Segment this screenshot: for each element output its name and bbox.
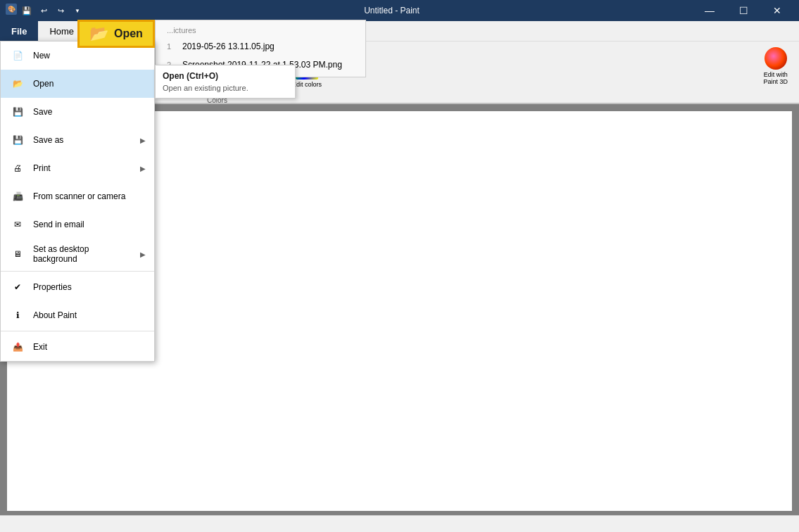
window-title: Untitled - Paint [90, 6, 693, 15]
paint-app-icon: 🎨 [6, 4, 17, 15]
menu-item-exit[interactable]: 📤Exit [1, 333, 154, 361]
print-icon: 🖨 [9, 160, 26, 177]
menu-item-properties[interactable]: ✔Properties [1, 273, 154, 301]
home-tab[interactable]: Home [41, 26, 82, 37]
recent-panel-header: ...ictures [156, 23, 365, 37]
edit-with-paint3d-button[interactable]: Edit withPaint 3D [757, 44, 793, 100]
menu-item-saveas[interactable]: 💾Save as▶ [1, 126, 154, 154]
menu-item-label: Open [33, 79, 146, 89]
close-button[interactable]: ✕ [761, 0, 793, 21]
file-menu-tab[interactable]: File [0, 21, 38, 41]
customize-quick-btn[interactable]: ▼ [70, 4, 84, 18]
menu-item-label: Set as desktop background [33, 244, 133, 264]
tooltip-title: Open (Ctrl+O) [163, 71, 288, 81]
window-controls: — ☐ ✕ [693, 0, 793, 21]
submenu-arrow: ▶ [140, 251, 146, 258]
recent-item-number: 1 [167, 42, 177, 51]
open-icon: 📂 [9, 75, 26, 92]
submenu-arrow: ▶ [140, 137, 146, 144]
desktop-icon: 🖥 [9, 246, 26, 262]
edit-with-paint3d-label: Edit withPaint 3D [763, 71, 788, 85]
maximize-button[interactable]: ☐ [727, 0, 760, 21]
save-quick-btn[interactable]: 💾 [20, 4, 34, 18]
menu-item-label: Print [33, 163, 133, 173]
menu-item-scanner[interactable]: 📠From scanner or camera [1, 182, 154, 210]
open-tooltip: Open (Ctrl+O) Open an existing picture. [155, 65, 296, 99]
menu-item-desktop[interactable]: 🖥Set as desktop background▶ [1, 239, 154, 270]
menu-item-label: Send in email [33, 220, 146, 229]
menu-item-print[interactable]: 🖨Print▶ [1, 154, 154, 182]
open-header-text: Open [114, 27, 143, 40]
menu-item-label: About Paint [33, 310, 146, 320]
save-icon: 💾 [9, 103, 26, 120]
status-bar [0, 515, 799, 532]
title-bar-quick-access: 🎨 💾 ↩ ↪ ▼ [6, 4, 84, 18]
recent-item-name: 2019-05-26 13.11.05.jpg [182, 42, 275, 51]
menu-item-label: Properties [33, 282, 146, 292]
redo-quick-btn[interactable]: ↪ [54, 4, 68, 18]
menu-item-about[interactable]: ℹAbout Paint [1, 301, 154, 329]
scanner-icon: 📠 [9, 188, 26, 205]
menu-item-label: Save [33, 107, 146, 117]
submenu-arrow: ▶ [140, 165, 146, 172]
new-icon: 📄 [9, 47, 26, 64]
menu-item-open[interactable]: 📂Open [1, 70, 154, 98]
edit-colors-label: Edit colors [292, 81, 322, 88]
menu-item-label: Save as [33, 135, 133, 145]
email-icon: ✉ [9, 216, 26, 233]
menu-item-label: From scanner or camera [33, 191, 146, 201]
menu-item-email[interactable]: ✉Send in email [1, 210, 154, 239]
tooltip-description: Open an existing picture. [163, 84, 288, 92]
undo-quick-btn[interactable]: ↩ [37, 4, 51, 18]
menu-item-label: Exit [33, 342, 146, 352]
saveas-icon: 💾 [9, 132, 26, 148]
menu-item-save[interactable]: 💾Save [1, 98, 154, 126]
properties-icon: ✔ [9, 279, 26, 296]
exit-icon: 📤 [9, 338, 26, 355]
minimize-button[interactable]: — [693, 0, 726, 21]
menu-item-label: New [33, 51, 146, 61]
open-callout-box: 📂 Open [77, 20, 155, 48]
title-bar: 🎨 💾 ↩ ↪ ▼ Untitled - Paint — ☐ ✕ [0, 0, 799, 21]
folder-icon: 📂 [89, 25, 108, 43]
paint3d-icon [765, 47, 787, 70]
about-icon: ℹ [9, 307, 26, 324]
file-menu-panel: 📄New📂Open💾Save💾Save as▶🖨Print▶📠From scan… [0, 41, 155, 362]
recent-file-item[interactable]: 12019-05-26 13.11.05.jpg [156, 37, 365, 56]
